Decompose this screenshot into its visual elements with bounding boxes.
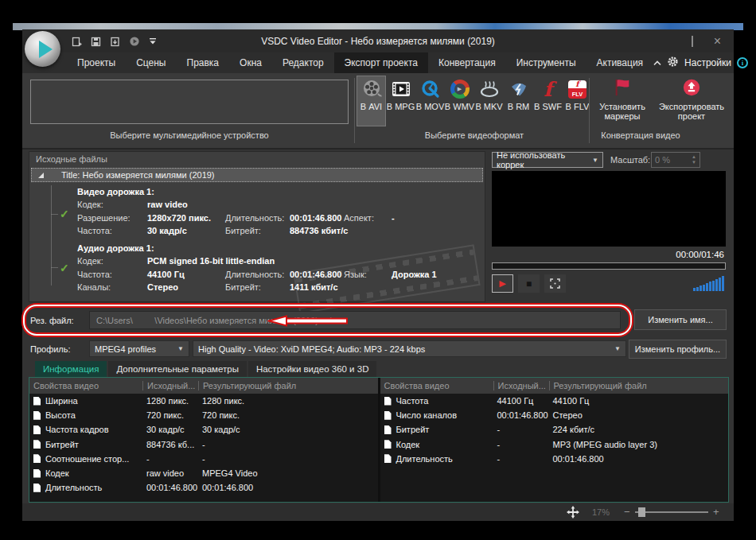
format-wmv-button[interactable]: ▶ В WMV — [445, 76, 474, 126]
tab-information[interactable]: Информация — [35, 361, 107, 377]
table-row[interactable]: Длительность 00:01:46.80000:01:46.800 — [29, 480, 378, 495]
column-header[interactable]: Свойства видео — [380, 381, 493, 390]
scale-spinner[interactable]: 0 % ▲▼ — [651, 152, 700, 168]
tab-video-360-3d[interactable]: Настройки видео 360 и 3D — [248, 361, 377, 377]
column-header[interactable]: Результирующий файл — [198, 381, 378, 390]
menu-right-cluster: Настройки i — [653, 52, 756, 73]
profile-preset-dropdown[interactable]: High Quality - Video: XviD MPEG4; Audio:… — [193, 340, 626, 357]
fullscreen-button[interactable] — [544, 274, 566, 293]
document-icon — [33, 411, 41, 420]
gear-icon[interactable] — [667, 56, 679, 70]
table-row[interactable]: Частота кадров 30 кадр/с30 кадр/с — [29, 422, 378, 437]
table-row[interactable]: Битрейт -224 кбит/с — [380, 422, 729, 437]
screen: VSDC Video Editor - Небо измеряется миля… — [0, 0, 756, 540]
tab-bar: Информация Дополнительные параметры Наст… — [35, 361, 378, 377]
format-label: В WMV — [445, 102, 474, 111]
table-row[interactable]: Кодек -MP3 (MPEG audio layer 3) — [380, 437, 729, 452]
source-title-row[interactable]: Title: Небо измеряется милями (2019) — [31, 168, 483, 182]
settings-button[interactable]: Настройки — [684, 57, 731, 68]
format-mpg-button[interactable]: В MPG — [386, 76, 415, 126]
tab-additional-parameters[interactable]: Дополнительные параметры — [108, 361, 247, 377]
change-profile-button[interactable]: Изменить профиль... — [629, 340, 727, 359]
save-icon[interactable] — [91, 37, 101, 49]
zoom-in-button[interactable]: + — [713, 506, 719, 518]
status-bar: 17% − + — [22, 503, 734, 521]
video-track-heading: Видео дорожка 1: — [77, 187, 154, 196]
format-avi-button[interactable]: В AVI — [357, 76, 386, 126]
format-flv-button[interactable]: fFLV В FLV — [563, 76, 592, 126]
table-row[interactable]: Ширина 1280 пикс.1280 пикс. — [29, 394, 378, 408]
table-row[interactable]: Высота 720 пикс.720 пикс. — [29, 408, 378, 422]
audio-track-heading: Аудио дорожка 1: — [77, 243, 154, 253]
format-rm-button[interactable]: В RM — [504, 76, 533, 126]
play-button[interactable]: ▶ — [492, 274, 513, 293]
flash-f-icon: f — [538, 79, 559, 99]
document-icon — [33, 469, 41, 478]
export-file-icon[interactable] — [110, 37, 120, 49]
zoom-out-button[interactable]: − — [624, 506, 630, 518]
chevron-down-icon: ▼ — [592, 157, 598, 164]
close-button[interactable]: × — [714, 35, 721, 48]
table-row[interactable]: Битрейт 884736 кб...- — [29, 437, 378, 452]
tree-expander-icon[interactable] — [38, 173, 44, 178]
new-project-icon[interactable] — [72, 37, 82, 49]
value: raw video — [147, 200, 188, 209]
avi-film-reel-icon — [361, 79, 382, 99]
set-markers-button[interactable]: Установить маркеры — [592, 78, 653, 122]
stop-button[interactable]: ■ — [518, 274, 540, 293]
zoom-slider-track[interactable] — [635, 511, 708, 513]
menu-scenes[interactable]: Сцены — [126, 52, 176, 73]
menu-windows[interactable]: Окна — [229, 52, 272, 73]
result-file-input[interactable]: C:\Users\ \Videos\Небо измеряется милями… — [89, 311, 621, 329]
column-header[interactable]: Исходный... — [493, 381, 549, 390]
menu-editor[interactable]: Редактор — [272, 52, 334, 73]
column-header[interactable]: Свойства видео — [29, 381, 142, 390]
app-logo[interactable] — [25, 31, 60, 67]
vsdc-window: VSDC Video Editor - Небо измеряется миля… — [22, 29, 734, 521]
spinner-arrows[interactable]: ▲▼ — [692, 154, 696, 165]
info-icon[interactable]: i — [737, 57, 748, 68]
format-swf-button[interactable]: f В SWF — [533, 76, 563, 126]
document-icon — [33, 425, 41, 434]
pan-move-icon[interactable] — [567, 506, 579, 520]
play-project-icon[interactable] — [129, 36, 140, 49]
flv-badge-icon: fFLV — [567, 79, 588, 99]
seek-bar[interactable] — [492, 262, 726, 270]
customize-toolbar-icon[interactable] — [149, 37, 157, 47]
format-label: В MOV — [416, 102, 444, 111]
table-row[interactable]: Число каналов 00:01:46.800Стерео — [380, 408, 729, 422]
format-mkv-button[interactable]: В MKV — [474, 76, 504, 126]
maximize-icon — [692, 36, 693, 47]
result-file-label: Рез. файл: — [30, 316, 74, 325]
menu-export-project[interactable]: Экспорт проекта — [334, 52, 428, 73]
export-project-button[interactable]: Экспортировать проект — [654, 78, 729, 122]
volume-indicator[interactable] — [693, 276, 724, 291]
spinner-up-icon[interactable]: ▲ — [692, 154, 696, 160]
label: Разрешение: — [77, 213, 131, 223]
menu-conversion[interactable]: Конвертация — [428, 52, 506, 73]
maximize-button[interactable] — [692, 37, 693, 46]
menu-edit[interactable]: Правка — [177, 52, 230, 73]
document-icon — [384, 440, 392, 449]
table-row[interactable]: Кодек raw videoMPEG4 Video — [29, 466, 378, 480]
preview-time: 00:00/01:46 — [676, 250, 724, 259]
spinner-down-icon[interactable]: ▼ — [692, 160, 696, 165]
device-caption: Выберите мультимедийное устройство — [30, 130, 349, 140]
column-header[interactable]: Исходный... — [142, 381, 198, 390]
collapse-ribbon-icon[interactable] — [653, 57, 661, 68]
device-select-box[interactable] — [30, 80, 349, 124]
correction-dropdown[interactable]: Не использовать коррек ▼ — [492, 152, 603, 168]
zoom-slider-handle[interactable] — [638, 507, 645, 517]
table-row[interactable]: Частота 44100 Гц44100 Гц — [380, 394, 729, 408]
table-row[interactable]: Соотношение стор... -- — [29, 452, 378, 466]
menu-tools[interactable]: Инструменты — [506, 52, 586, 73]
menu-activation[interactable]: Активация — [586, 52, 654, 73]
table-row[interactable]: Длительность -00:01:46.800 — [380, 452, 729, 466]
table-header: Свойства видео Исходный... Результирующи… — [29, 378, 378, 394]
menu-projects[interactable]: Проекты — [67, 52, 126, 73]
format-mov-button[interactable]: В MOV — [415, 76, 445, 126]
rename-button[interactable]: Изменить имя... — [634, 309, 727, 330]
column-header[interactable]: Результирующий файл — [549, 381, 729, 390]
profile-group-dropdown[interactable]: MPEG4 profiles ▼ — [89, 340, 189, 357]
video-codec-row: Кодек: raw video — [29, 200, 485, 212]
